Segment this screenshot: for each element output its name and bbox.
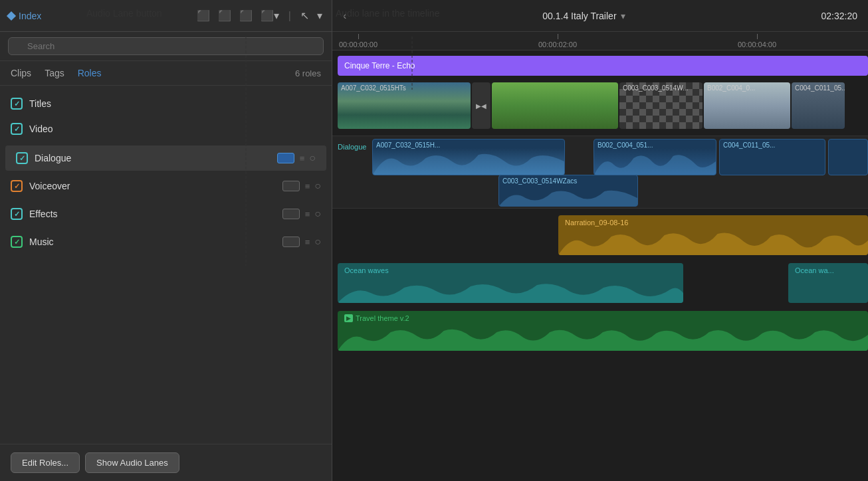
dialogue-circle-icon[interactable]: ○ [309, 152, 316, 164]
video-clip-1[interactable] [492, 82, 618, 129]
roles-list: ✓ Titles ✓ Video ✓ Dialogue [0, 86, 332, 444]
dialogue-label: Dialogue [35, 153, 277, 163]
titles-label: Titles [29, 98, 321, 109]
voiceover-actions: ≡ ○ [282, 180, 321, 192]
music-track-label: Cinque Terre - Echo [344, 61, 415, 70]
titles-checkbox[interactable]: ✓ [11, 98, 23, 110]
video-clip-4[interactable]: C004_C011_05... [792, 82, 845, 129]
ruler-mark-0: 00:00:00:00 [339, 34, 378, 48]
timeline-back-button[interactable]: ‹ [343, 10, 346, 22]
tab-tags[interactable]: Tags [45, 68, 64, 78]
timeline-content: Cinque Terre - Echo A007_C032_0515HTs ▶◀ [332, 50, 868, 481]
dialogue-section-label: Dialogue [338, 143, 366, 151]
timeline-header: ‹ 00.1.4 Italy Trailer ▾ 02:32:20 [332, 0, 868, 32]
edit-roles-button[interactable]: Edit Roles... [11, 452, 80, 473]
ocean-track-2[interactable]: Ocean wa... [788, 263, 868, 303]
dialogue-clip-a[interactable]: A007_C032_0515H... [372, 139, 565, 175]
monitor-icon-2[interactable]: ⬛ [217, 8, 233, 23]
dialogue-clip-label-c: C004_C011_05... [723, 142, 775, 149]
ruler-time-0: 00:00:00:00 [339, 41, 378, 48]
video-label: Video [29, 124, 321, 134]
role-item-music[interactable]: ✓ Music ≡ ○ [0, 229, 332, 254]
tabs-left: Clips Tags Roles [11, 68, 102, 78]
travel-track[interactable]: ▶ Travel theme v.2 [338, 311, 868, 351]
music-track[interactable]: Cinque Terre - Echo [338, 56, 868, 76]
ruler-time-2: 00:00:04:00 [738, 41, 776, 48]
music-checkbox[interactable]: ✓ [11, 236, 23, 248]
effects-checkbox[interactable]: ✓ [11, 208, 23, 220]
dialogue-lane-icon[interactable] [277, 153, 294, 163]
ocean-track[interactable]: Ocean waves [338, 263, 683, 303]
effects-lines-icon[interactable]: ≡ [305, 209, 310, 219]
video-clip-0[interactable]: A007_C032_0515HTs [338, 82, 471, 129]
voiceover-checkmark: ✓ [14, 182, 20, 191]
dialogue-clip-b[interactable]: B002_C004_051... [594, 139, 716, 175]
show-audio-lanes-button[interactable]: Show Audio Lanes [85, 452, 179, 473]
effects-circle-icon[interactable]: ○ [314, 208, 321, 220]
video-clip-label-4: C004_C011_05... [795, 84, 845, 92]
video-clip-label-0: A007_C032_0515HTs [341, 84, 406, 92]
role-item-dialogue[interactable]: ✓ Dialogue ≡ ○ [5, 145, 326, 171]
timeline-timecode: 02:32:20 [821, 11, 857, 21]
role-item-titles[interactable]: ✓ Titles [0, 91, 332, 116]
dialogue-clip-d[interactable] [828, 139, 868, 175]
bottom-buttons: Edit Roles... Show Audio Lanes [0, 444, 332, 481]
ocean-label-2: Ocean wa... [795, 266, 834, 274]
timeline-title: 00.1.4 Italy Trailer [542, 11, 616, 21]
right-panel: ‹ 00.1.4 Italy Trailer ▾ 02:32:20 00:00:… [332, 0, 868, 481]
dialogue-clip-c[interactable]: C004_C011_05... [719, 139, 825, 175]
dialogue-checkbox[interactable]: ✓ [16, 152, 28, 164]
index-button[interactable]: Index [8, 11, 41, 21]
ruler-mark-2: 00:00:04:00 [738, 34, 776, 48]
voiceover-checkbox[interactable]: ✓ [11, 180, 23, 192]
dialogue-lines-icon[interactable]: ≡ [300, 153, 304, 163]
narration-track[interactable]: Narration_09-08-16 [558, 215, 868, 255]
voiceover-lane-icon[interactable] [282, 181, 300, 191]
role-item-voiceover[interactable]: ✓ Voiceover ≡ ○ [0, 173, 332, 199]
cursor-dropdown-icon[interactable]: ▾ [316, 8, 324, 23]
search-input[interactable] [8, 37, 324, 55]
video-clip-label-2: C003_C003_0514W... [623, 84, 688, 92]
monitor-dropdown-icon[interactable]: ⬛▾ [259, 8, 280, 23]
dialogue-section: Dialogue A007_C032_0515H... [332, 136, 868, 209]
video-clip-label-3: B002_C004_0... [707, 84, 755, 92]
index-label: Index [19, 11, 41, 21]
video-checkbox[interactable]: ✓ [11, 123, 23, 135]
travel-track-label: Travel theme v.2 [356, 314, 409, 322]
voiceover-circle-icon[interactable]: ○ [314, 180, 321, 192]
timeline-ruler: 00:00:00:00 00:00:02:00 00:00:04:00 [332, 32, 868, 50]
dialogue-actions: ≡ ○ [277, 152, 316, 164]
dialogue-checkmark: ✓ [19, 154, 25, 163]
voiceover-label: Voiceover [29, 181, 282, 191]
main-container: Index ⬛ ⬛ ⬛ ⬛▾ | ↖ ▾ 🔍 Clips [0, 0, 868, 481]
effects-checkmark: ✓ [14, 210, 20, 219]
timeline-title-chevron[interactable]: ▾ [621, 11, 625, 21]
video-clip-3[interactable]: B002_C004_0... [704, 82, 790, 129]
role-item-video[interactable]: ✓ Video [0, 116, 332, 142]
effects-lane-icon[interactable] [282, 209, 300, 219]
music-lane-icon[interactable] [282, 237, 300, 247]
video-clip-2[interactable]: C003_C003_0514W... [619, 82, 703, 129]
music-circle-icon[interactable]: ○ [314, 236, 321, 248]
ruler-mark-1: 00:00:02:00 [538, 34, 577, 48]
dialogue-clip-2-label: C003_C003_0514WZacs [502, 177, 577, 185]
music-label: Music [29, 237, 282, 247]
video-clips-row: A007_C032_0515HTs ▶◀ C003_C003_0514W... [338, 82, 868, 129]
travel-icon: ▶ [344, 314, 353, 322]
monitor-icon-1[interactable]: ⬛ [195, 8, 211, 23]
cursor-icon[interactable]: ↖ [299, 8, 310, 23]
tab-roles[interactable]: Roles [78, 68, 102, 78]
effects-label: Effects [29, 209, 282, 219]
toolbar-icons: ⬛ ⬛ ⬛ ⬛▾ | ↖ ▾ [195, 8, 324, 23]
monitor-icon-3[interactable]: ⬛ [238, 8, 254, 23]
voiceover-lines-icon[interactable]: ≡ [305, 181, 310, 191]
music-lines-icon[interactable]: ≡ [305, 237, 310, 247]
role-item-effects[interactable]: ✓ Effects ≡ ○ [0, 201, 332, 227]
tab-clips[interactable]: Clips [11, 68, 31, 78]
dialogue-clip-2[interactable]: C003_C003_0514WZacs [498, 175, 638, 207]
titles-checkmark: ✓ [14, 100, 20, 108]
effects-actions: ≡ ○ [282, 208, 321, 220]
search-wrapper: 🔍 [8, 37, 324, 55]
ocean-label: Ocean waves [344, 266, 389, 274]
diamond-icon [7, 11, 16, 20]
